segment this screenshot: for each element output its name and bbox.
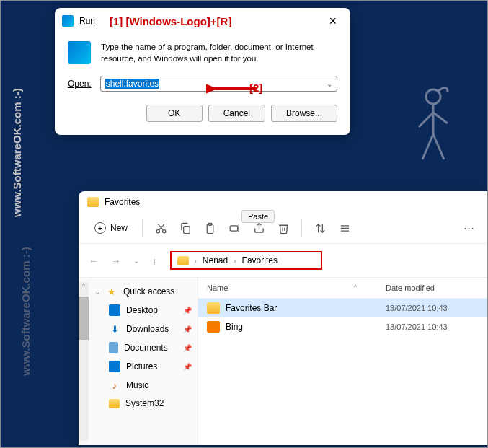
sidebar-label: Documents — [124, 343, 168, 353]
plus-icon: + — [94, 222, 106, 234]
sidebar-item-downloads[interactable]: ⬇Downloads📌 — [89, 320, 198, 338]
column-header-name[interactable]: Name — [207, 284, 354, 292]
sidebar-item-music[interactable]: ♪Music — [89, 376, 198, 395]
documents-icon — [109, 342, 118, 353]
annotation-2-label: [2] — [249, 82, 262, 94]
svg-point-11 — [162, 229, 165, 232]
pictures-icon — [109, 361, 120, 372]
separator — [301, 220, 302, 236]
breadcrumb-item[interactable]: Nenad — [203, 255, 228, 265]
svg-line-13 — [158, 224, 163, 229]
sidebar-label: Quick access — [123, 286, 174, 297]
column-header-date[interactable]: Date modified — [386, 284, 479, 292]
open-input-value: shell:favorites — [105, 79, 159, 89]
folder-icon — [207, 302, 220, 314]
sidebar-label: Downloads — [126, 324, 169, 334]
file-name: Favorites Bar — [226, 303, 386, 313]
file-pane: Name ^ Date modified Favorites Bar 13/07… — [198, 278, 488, 445]
ok-button[interactable]: OK — [146, 105, 203, 122]
sidebar-label: Music — [126, 380, 148, 390]
chevron-down-icon: ⌄ — [94, 288, 100, 296]
music-icon: ♪ — [109, 379, 120, 391]
view-icon[interactable] — [334, 217, 355, 239]
file-row[interactable]: Bing 13/07/2021 10:43 — [198, 317, 488, 336]
sidebar: ^ ⌄ ★ Quick access Desktop📌 ⬇Downloads📌 … — [79, 278, 198, 445]
run-title-text: Run — [79, 16, 95, 26]
back-arrow-icon[interactable]: ← — [89, 255, 98, 266]
watermark-text: www.SoftwareOK.com :-) — [11, 88, 23, 217]
watermark-text: www.SoftwareOK.com :-) — [19, 247, 32, 376]
run-description: Type the name of a program, folder, docu… — [101, 41, 337, 64]
run-dialog: Run [1] [Windows-Logo]+[R] ✕ Type the na… — [55, 8, 350, 135]
svg-point-0 — [426, 89, 440, 104]
paste-tooltip: Paste — [241, 210, 275, 223]
close-icon[interactable]: ✕ — [323, 14, 343, 28]
open-label: Open: — [68, 79, 92, 89]
chevron-right-icon: › — [234, 257, 236, 265]
breadcrumb[interactable]: › Nenad › Favorites — [170, 251, 322, 270]
sidebar-item-documents[interactable]: Documents📌 — [89, 338, 198, 357]
bing-icon — [207, 321, 220, 333]
paste-icon[interactable] — [199, 217, 221, 239]
file-row[interactable]: Favorites Bar 13/07/2021 10:43 — [198, 299, 488, 317]
cut-icon[interactable] — [150, 217, 172, 239]
decoration-figure — [408, 84, 458, 180]
svg-line-3 — [433, 113, 448, 123]
breadcrumb-item[interactable]: Favorites — [242, 255, 278, 265]
run-big-icon — [68, 41, 91, 64]
pin-icon: 📌 — [183, 325, 192, 333]
svg-line-12 — [159, 224, 164, 229]
explorer-window: Favorites Paste + New ⋯ ← → ⌄ ↑ › Nenad … — [79, 191, 488, 445]
folder-icon — [87, 197, 99, 207]
sidebar-label: Pictures — [126, 361, 157, 372]
pin-icon: 📌 — [183, 363, 192, 371]
sidebar-item-desktop[interactable]: Desktop📌 — [89, 301, 198, 320]
folder-icon — [109, 399, 120, 408]
more-icon[interactable]: ⋯ — [458, 217, 479, 239]
scrollbar[interactable]: ^ — [79, 282, 89, 441]
desktop-icon — [109, 304, 120, 316]
pin-icon: 📌 — [183, 307, 192, 315]
sidebar-label: System32 — [125, 398, 164, 408]
annotation-1: [1] [Windows-Logo]+[R] — [110, 15, 231, 27]
svg-line-4 — [422, 134, 433, 159]
run-icon — [62, 15, 74, 27]
new-label: New — [110, 223, 128, 233]
chevron-right-icon: › — [195, 257, 197, 265]
svg-line-2 — [419, 113, 433, 127]
file-name: Bing — [226, 322, 386, 332]
downloads-icon: ⬇ — [109, 323, 120, 335]
separator — [142, 220, 143, 236]
chevron-down-icon[interactable]: ⌄ — [327, 80, 332, 88]
pin-icon: 📌 — [183, 344, 192, 352]
file-date: 13/07/2021 10:43 — [386, 322, 479, 331]
sidebar-quick-access[interactable]: ⌄ ★ Quick access — [89, 282, 198, 301]
sort-icon[interactable] — [309, 217, 331, 239]
forward-arrow-icon[interactable]: → — [111, 255, 120, 266]
svg-rect-14 — [183, 226, 189, 233]
folder-icon — [177, 256, 189, 265]
sidebar-label: Desktop — [126, 305, 158, 315]
up-arrow-icon[interactable]: ↑ — [152, 255, 157, 266]
star-icon: ★ — [106, 286, 117, 297]
recent-chevron-icon[interactable]: ⌄ — [133, 257, 139, 265]
new-button[interactable]: + New — [87, 219, 135, 237]
delete-icon[interactable] — [272, 217, 294, 239]
sidebar-item-system32[interactable]: System32 — [89, 395, 198, 412]
cancel-button[interactable]: Cancel — [208, 105, 265, 122]
svg-line-5 — [433, 134, 444, 159]
svg-point-10 — [156, 229, 159, 232]
sort-indicator-icon: ^ — [354, 284, 357, 292]
sidebar-item-pictures[interactable]: Pictures📌 — [89, 357, 198, 376]
browse-button[interactable]: Browse... — [271, 105, 337, 122]
explorer-title: Favorites — [105, 197, 140, 207]
copy-icon[interactable] — [174, 217, 196, 239]
file-date: 13/07/2021 10:43 — [386, 304, 479, 312]
svg-rect-17 — [230, 225, 238, 230]
